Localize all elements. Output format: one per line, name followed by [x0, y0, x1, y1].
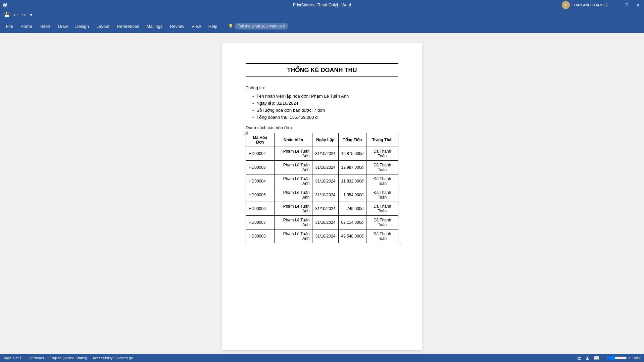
col-header-id: Mã Hóa Đơn — [246, 133, 275, 147]
cell-6-4: Đã Thanh Toán — [366, 229, 398, 243]
menu-layout[interactable]: Layout — [93, 22, 113, 31]
table-row: HD00005Phạm Lê Tuấn Anh31/10/20241.354.0… — [246, 188, 398, 202]
cell-4-3: 749.000đ — [338, 202, 366, 216]
cell-1-3: 12.987.000đ — [338, 161, 366, 174]
cell-5-3: 62.114.000đ — [338, 216, 366, 229]
cell-6-1: Phạm Lê Tuấn Anh — [274, 229, 312, 243]
close-button[interactable]: ✕ — [634, 2, 641, 8]
cell-2-3: 11.832.000đ — [338, 174, 366, 188]
cell-5-4: Đã Thanh Toán — [366, 216, 398, 229]
menu-view[interactable]: View — [188, 22, 204, 31]
status-left: Page 1 of 1 122 words English (United St… — [3, 356, 133, 360]
table-container: ⊕ Mã Hóa Đơn Nhân Viên Ngày Lập Tổng Tiề… — [246, 133, 398, 243]
title-bar-center: PrintStatistic [Read-Only] - Word — [293, 3, 351, 7]
undo-button[interactable]: ↩ — [12, 11, 19, 18]
document-page: THỐNG KÊ DOANH THU Thông tin: Tên nhân v… — [222, 43, 422, 350]
cell-4-1: Phạm Lê Tuấn Anh — [274, 202, 312, 216]
tell-me-input[interactable] — [235, 23, 288, 30]
table-row: HD00002Phạm Lê Tuấn Anh31/10/202416.875.… — [246, 147, 398, 161]
cell-0-3: 16.875.000đ — [338, 147, 366, 161]
lightbulb-icon: 💡 — [228, 24, 233, 29]
cell-2-2: 31/10/2024 — [312, 174, 338, 188]
more-button[interactable]: ▾ — [29, 11, 34, 18]
table-row: HD00004Phạm Lê Tuấn Anh31/10/202411.832.… — [246, 174, 398, 188]
status-right: ▤ ⊞ 📖 − + 100% — [576, 355, 641, 361]
cell-1-2: 31/10/2024 — [312, 161, 338, 174]
menu-review[interactable]: Review — [166, 22, 188, 31]
cell-4-4: Đã Thanh Toán — [366, 202, 398, 216]
cell-3-0: HD00005 — [246, 188, 275, 202]
read-mode-btn[interactable]: 📖 — [592, 355, 601, 361]
cell-2-4: Đã Thanh Toán — [366, 174, 398, 188]
info-item-name: Tên nhân viên lập hóa đơn: Phạm Lê Tuấn … — [252, 94, 398, 99]
title-bar-right: T TUẤN ANH PHẠM LÊ ─ ❐ ✕ — [562, 1, 641, 9]
menu-help[interactable]: Help — [205, 22, 221, 31]
title-bar: W PrintStatistic [Read-Only] - Word T TU… — [0, 0, 644, 10]
cell-0-4: Đã Thanh Toán — [366, 147, 398, 161]
col-header-employee: Nhân Viên — [274, 133, 312, 147]
menu-draw[interactable]: Draw — [54, 22, 71, 31]
table-row: HD00007Phạm Lê Tuấn Anh31/10/202462.114.… — [246, 216, 398, 229]
menu-insert[interactable]: Insert — [36, 22, 54, 31]
page-info: Page 1 of 1 — [3, 356, 21, 360]
save-button[interactable]: 💾 — [3, 11, 11, 18]
invoice-list-title: Danh sách các hóa đơn: — [246, 125, 398, 130]
col-header-date: Ngày Lập — [312, 133, 338, 147]
table-header-row: Mã Hóa Đơn Nhân Viên Ngày Lập Tổng Tiền … — [246, 133, 398, 147]
cell-3-2: 31/10/2024 — [312, 188, 338, 202]
info-item-date: Ngày lập: 31/10/2024 — [252, 101, 398, 106]
cell-2-0: HD00004 — [246, 174, 275, 188]
zoom-out-btn[interactable]: − — [603, 356, 605, 360]
quick-access-toolbar: 💾 ↩ ↪ ▾ — [0, 10, 644, 19]
accessibility-info: Accessibility: Good to go — [93, 356, 133, 360]
web-layout-btn[interactable]: ⊞ — [584, 355, 591, 361]
username: TUẤN ANH PHẠM LÊ — [572, 3, 608, 7]
menu-file[interactable]: File — [3, 22, 16, 31]
document-title: PrintStatistic [Read-Only] - Word — [293, 3, 351, 7]
col-header-status: Trạng Thái — [366, 133, 398, 147]
menu-home[interactable]: Home — [17, 22, 36, 31]
user-area: T TUẤN ANH PHẠM LÊ — [562, 1, 608, 9]
restore-button[interactable]: ❐ — [623, 2, 630, 8]
cell-6-0: HD00008 — [246, 229, 275, 243]
minimize-button[interactable]: ─ — [612, 2, 619, 8]
cell-3-3: 1.354.000đ — [338, 188, 366, 202]
cell-0-0: HD00002 — [246, 147, 275, 161]
title-bar-left: W — [3, 2, 7, 8]
info-section-title: Thông tin: — [246, 85, 398, 90]
cell-1-1: Phạm Lê Tuấn Anh — [274, 161, 312, 174]
cell-4-2: 31/10/2024 — [312, 202, 338, 216]
print-layout-btn[interactable]: ▤ — [576, 355, 583, 361]
zoom-bar: − + 100% — [603, 355, 641, 361]
status-bar: Page 1 of 1 122 words English (United St… — [0, 354, 644, 362]
zoom-slider[interactable] — [607, 355, 627, 361]
cell-5-2: 31/10/2024 — [312, 216, 338, 229]
tell-me-bar[interactable]: 💡 — [228, 23, 288, 30]
menu-mailings[interactable]: Mailings — [143, 22, 166, 31]
cell-1-0: HD00003 — [246, 161, 275, 174]
info-list: Tên nhân viên lập hóa đơn: Phạm Lê Tuấn … — [246, 94, 398, 120]
cell-2-1: Phạm Lê Tuấn Anh — [274, 174, 312, 188]
cell-3-1: Phạm Lê Tuấn Anh — [274, 188, 312, 202]
zoom-in-btn[interactable]: + — [628, 356, 630, 360]
cell-3-4: Đã Thanh Toán — [366, 188, 398, 202]
cell-0-2: 31/10/2024 — [312, 147, 338, 161]
menu-design[interactable]: Design — [72, 22, 92, 31]
cell-5-1: Phạm Lê Tuấn Anh — [274, 216, 312, 229]
document-area: THỐNG KÊ DOANH THU Thông tin: Tên nhân v… — [0, 33, 644, 362]
table-row: HD00003Phạm Lê Tuấn Anh31/10/202412.987.… — [246, 161, 398, 174]
zoom-level: 100% — [632, 356, 641, 360]
cell-0-1: Phạm Lê Tuấn Anh — [274, 147, 312, 161]
table-handle[interactable]: ⊕ — [244, 131, 248, 135]
table-row: HD00008Phạm Lê Tuấn Anh31/10/202449.548.… — [246, 229, 398, 243]
invoice-table: Mã Hóa Đơn Nhân Viên Ngày Lập Tổng Tiền … — [246, 133, 398, 243]
cell-5-0: HD00007 — [246, 216, 275, 229]
table-resize-handle[interactable] — [397, 242, 400, 245]
menu-references[interactable]: References — [113, 22, 142, 31]
info-item-total: Tổng doanh thu: 155.459.000 đ — [252, 115, 398, 120]
info-item-count: Số lượng hóa đơn bán được: 7 đơn — [252, 108, 398, 113]
redo-button[interactable]: ↪ — [20, 11, 27, 18]
cell-6-3: 49.548.000đ — [338, 229, 366, 243]
cell-4-0: HD00006 — [246, 202, 275, 216]
col-header-total: Tổng Tiền — [338, 133, 366, 147]
